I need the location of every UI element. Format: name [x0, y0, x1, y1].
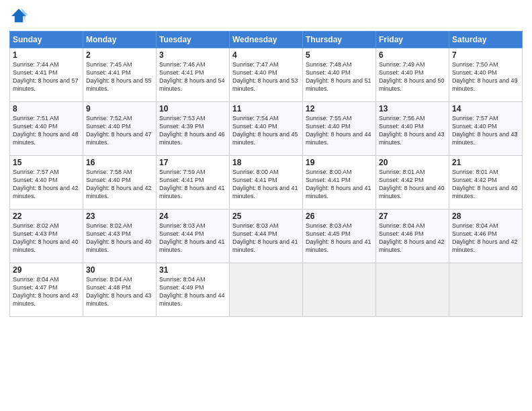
cell-info: Sunrise: 7:55 AMSunset: 4:40 PMDaylight:…	[306, 115, 371, 146]
cell-info: Sunrise: 7:58 AMSunset: 4:40 PMDaylight:…	[86, 169, 152, 199]
day-number: 2	[86, 50, 153, 60]
day-number: 6	[379, 50, 446, 60]
day-number: 25	[232, 212, 300, 221]
calendar-cell: 15Sunrise: 7:57 AMSunset: 4:40 PMDayligh…	[10, 156, 83, 210]
cell-info: Sunrise: 7:46 AMSunset: 4:41 PMDaylight:…	[159, 61, 225, 92]
calendar-cell: 21Sunrise: 8:01 AMSunset: 4:42 PMDayligh…	[449, 156, 523, 210]
day-number: 16	[86, 158, 153, 167]
day-number: 9	[86, 104, 153, 113]
cell-info: Sunrise: 8:00 AMSunset: 4:41 PMDaylight:…	[306, 169, 371, 199]
day-number: 31	[159, 265, 226, 275]
calendar-cell: 13Sunrise: 7:56 AMSunset: 4:40 PMDayligh…	[376, 102, 449, 156]
cell-info: Sunrise: 7:48 AMSunset: 4:40 PMDaylight:…	[306, 61, 371, 92]
calendar-week-row: 15Sunrise: 7:57 AMSunset: 4:40 PMDayligh…	[10, 156, 523, 210]
calendar-cell: 27Sunrise: 8:04 AMSunset: 4:46 PMDayligh…	[376, 210, 449, 263]
day-number: 8	[13, 104, 80, 113]
calendar-cell: 20Sunrise: 8:01 AMSunset: 4:42 PMDayligh…	[376, 156, 449, 210]
day-number: 15	[13, 158, 80, 167]
page-container: Sunday Monday Tuesday Wednesday Thursday…	[0, 0, 532, 411]
logo	[9, 7, 31, 26]
cell-info: Sunrise: 8:04 AMSunset: 4:47 PMDaylight:…	[13, 276, 79, 307]
cell-info: Sunrise: 7:56 AMSunset: 4:40 PMDaylight:…	[379, 115, 445, 146]
day-number: 3	[159, 50, 226, 60]
calendar-cell	[376, 263, 449, 317]
cell-info: Sunrise: 8:02 AMSunset: 4:43 PMDaylight:…	[86, 222, 152, 253]
header-thursday: Thursday	[303, 32, 376, 48]
cell-info: Sunrise: 7:57 AMSunset: 4:40 PMDaylight:…	[13, 169, 79, 199]
calendar-cell: 30Sunrise: 8:04 AMSunset: 4:48 PMDayligh…	[83, 263, 157, 317]
day-number: 20	[379, 158, 446, 167]
calendar-cell: 2Sunrise: 7:45 AMSunset: 4:41 PMDaylight…	[83, 48, 157, 102]
calendar-cell: 7Sunrise: 7:50 AMSunset: 4:40 PMDaylight…	[449, 48, 523, 102]
day-number: 17	[159, 158, 226, 167]
calendar-cell: 6Sunrise: 7:49 AMSunset: 4:40 PMDaylight…	[376, 48, 449, 102]
header-sunday: Sunday	[10, 32, 83, 48]
calendar-cell: 10Sunrise: 7:53 AMSunset: 4:39 PMDayligh…	[157, 102, 230, 156]
page-header	[9, 7, 523, 26]
day-number: 26	[306, 212, 373, 221]
cell-info: Sunrise: 7:51 AMSunset: 4:40 PMDaylight:…	[13, 115, 79, 146]
calendar-cell: 12Sunrise: 7:55 AMSunset: 4:40 PMDayligh…	[303, 102, 376, 156]
cell-info: Sunrise: 8:04 AMSunset: 4:46 PMDaylight:…	[452, 222, 518, 253]
calendar-cell: 18Sunrise: 8:00 AMSunset: 4:41 PMDayligh…	[230, 156, 303, 210]
calendar-week-row: 8Sunrise: 7:51 AMSunset: 4:40 PMDaylight…	[10, 102, 523, 156]
cell-info: Sunrise: 8:04 AMSunset: 4:46 PMDaylight:…	[379, 222, 445, 253]
header-friday: Friday	[376, 32, 449, 48]
calendar-cell: 26Sunrise: 8:03 AMSunset: 4:45 PMDayligh…	[303, 210, 376, 263]
day-number: 19	[306, 158, 373, 167]
calendar-cell: 4Sunrise: 7:47 AMSunset: 4:40 PMDaylight…	[230, 48, 303, 102]
calendar-cell	[230, 263, 303, 317]
day-number: 30	[86, 265, 153, 275]
cell-info: Sunrise: 8:01 AMSunset: 4:42 PMDaylight:…	[452, 169, 518, 199]
header-monday: Monday	[83, 32, 157, 48]
cell-info: Sunrise: 8:01 AMSunset: 4:42 PMDaylight:…	[379, 169, 445, 199]
day-number: 23	[86, 212, 153, 221]
calendar-cell: 29Sunrise: 8:04 AMSunset: 4:47 PMDayligh…	[10, 263, 83, 317]
cell-info: Sunrise: 8:04 AMSunset: 4:49 PMDaylight:…	[159, 276, 225, 307]
calendar-cell: 25Sunrise: 8:03 AMSunset: 4:44 PMDayligh…	[230, 210, 303, 263]
cell-info: Sunrise: 7:53 AMSunset: 4:39 PMDaylight:…	[159, 115, 225, 146]
calendar-cell: 8Sunrise: 7:51 AMSunset: 4:40 PMDaylight…	[10, 102, 83, 156]
day-number: 27	[379, 212, 446, 221]
calendar-cell: 22Sunrise: 8:02 AMSunset: 4:43 PMDayligh…	[10, 210, 83, 263]
calendar-week-row: 29Sunrise: 8:04 AMSunset: 4:47 PMDayligh…	[10, 263, 523, 317]
cell-info: Sunrise: 7:52 AMSunset: 4:40 PMDaylight:…	[86, 115, 152, 146]
calendar-week-row: 1Sunrise: 7:44 AMSunset: 4:41 PMDaylight…	[10, 48, 523, 102]
day-number: 11	[232, 104, 300, 113]
calendar-cell: 28Sunrise: 8:04 AMSunset: 4:46 PMDayligh…	[449, 210, 523, 263]
weekday-header-row: Sunday Monday Tuesday Wednesday Thursday…	[10, 32, 523, 48]
calendar-cell	[303, 263, 376, 317]
cell-info: Sunrise: 7:49 AMSunset: 4:40 PMDaylight:…	[379, 61, 445, 92]
calendar-cell: 19Sunrise: 8:00 AMSunset: 4:41 PMDayligh…	[303, 156, 376, 210]
day-number: 12	[306, 104, 373, 113]
header-saturday: Saturday	[449, 32, 523, 48]
day-number: 21	[452, 158, 519, 167]
day-number: 14	[452, 104, 519, 113]
cell-info: Sunrise: 8:04 AMSunset: 4:48 PMDaylight:…	[86, 276, 152, 307]
calendar-cell: 5Sunrise: 7:48 AMSunset: 4:40 PMDaylight…	[303, 48, 376, 102]
day-number: 4	[232, 50, 300, 60]
day-number: 29	[13, 265, 80, 275]
cell-info: Sunrise: 8:03 AMSunset: 4:44 PMDaylight:…	[159, 222, 225, 253]
logo-icon	[9, 7, 28, 26]
calendar-cell: 16Sunrise: 7:58 AMSunset: 4:40 PMDayligh…	[83, 156, 157, 210]
calendar-cell: 14Sunrise: 7:57 AMSunset: 4:40 PMDayligh…	[449, 102, 523, 156]
day-number: 13	[379, 104, 446, 113]
calendar-cell: 3Sunrise: 7:46 AMSunset: 4:41 PMDaylight…	[157, 48, 230, 102]
cell-info: Sunrise: 8:02 AMSunset: 4:43 PMDaylight:…	[13, 222, 79, 253]
cell-info: Sunrise: 7:47 AMSunset: 4:40 PMDaylight:…	[232, 61, 298, 92]
day-number: 24	[159, 212, 226, 221]
cell-info: Sunrise: 7:44 AMSunset: 4:41 PMDaylight:…	[13, 61, 79, 92]
calendar-cell: 17Sunrise: 7:59 AMSunset: 4:41 PMDayligh…	[157, 156, 230, 210]
day-number: 28	[452, 212, 519, 221]
header-tuesday: Tuesday	[157, 32, 230, 48]
calendar-cell: 24Sunrise: 8:03 AMSunset: 4:44 PMDayligh…	[157, 210, 230, 263]
calendar-cell: 23Sunrise: 8:02 AMSunset: 4:43 PMDayligh…	[83, 210, 157, 263]
cell-info: Sunrise: 7:57 AMSunset: 4:40 PMDaylight:…	[452, 115, 518, 146]
calendar-cell: 1Sunrise: 7:44 AMSunset: 4:41 PMDaylight…	[10, 48, 83, 102]
day-number: 7	[452, 50, 519, 60]
cell-info: Sunrise: 7:54 AMSunset: 4:40 PMDaylight:…	[232, 115, 298, 146]
calendar-cell	[449, 263, 523, 317]
day-number: 22	[13, 212, 80, 221]
day-number: 1	[13, 50, 80, 60]
